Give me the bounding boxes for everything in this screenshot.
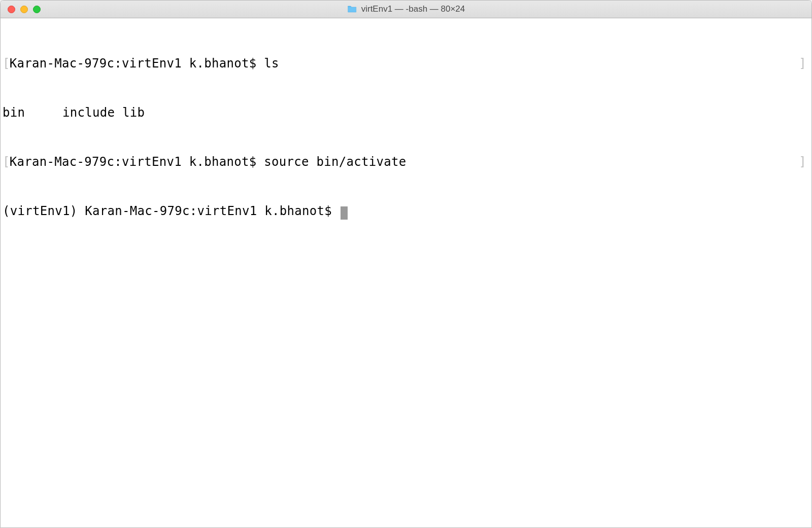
- command-text: ls: [264, 56, 279, 71]
- command-text: source bin/activate: [264, 155, 406, 169]
- bracket-close-icon: ]: [799, 55, 806, 72]
- bracket-open-icon: [: [3, 155, 10, 169]
- command-output: bin include lib: [3, 105, 145, 120]
- cursor-icon: [341, 206, 348, 220]
- terminal-line: (virtEnv1) Karan-Mac-979c:virtEnv1 k.bha…: [3, 203, 809, 219]
- terminal-line: [Karan-Mac-979c:virtEnv1 k.bhanot$ sourc…: [3, 154, 809, 170]
- terminal-line: bin include lib: [3, 104, 809, 121]
- terminal-content[interactable]: [Karan-Mac-979c:virtEnv1 k.bhanot$ ls] b…: [1, 18, 811, 527]
- bracket-open-icon: [: [3, 56, 10, 71]
- minimize-button[interactable]: [20, 6, 28, 13]
- traffic-lights: [1, 6, 41, 13]
- folder-icon: [347, 5, 357, 13]
- window-title-area: virtEnv1 — -bash — 80×24: [347, 4, 465, 14]
- terminal-window: virtEnv1 — -bash — 80×24 [Karan-Mac-979c…: [0, 0, 812, 528]
- maximize-button[interactable]: [33, 6, 41, 13]
- terminal-line: [Karan-Mac-979c:virtEnv1 k.bhanot$ ls]: [3, 55, 809, 72]
- window-titlebar[interactable]: virtEnv1 — -bash — 80×24: [1, 1, 811, 18]
- shell-prompt: Karan-Mac-979c:virtEnv1 k.bhanot$: [10, 155, 264, 169]
- bracket-close-icon: ]: [799, 154, 806, 170]
- shell-prompt: Karan-Mac-979c:virtEnv1 k.bhanot$: [10, 56, 264, 71]
- close-button[interactable]: [8, 6, 15, 13]
- window-title: virtEnv1 — -bash — 80×24: [361, 4, 465, 14]
- shell-prompt: (virtEnv1) Karan-Mac-979c:virtEnv1 k.bha…: [3, 204, 340, 218]
